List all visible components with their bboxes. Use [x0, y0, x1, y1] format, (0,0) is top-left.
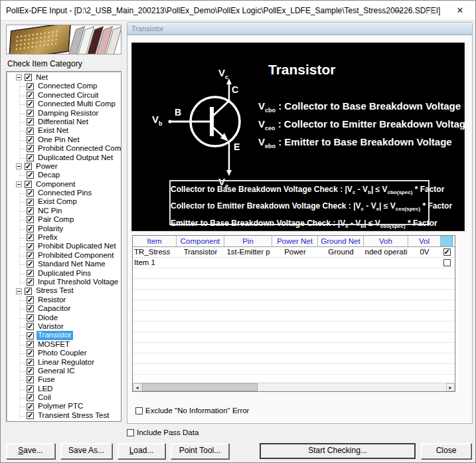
- checkbox-icon[interactable]: [27, 305, 34, 312]
- column-header-pin[interactable]: Pin: [224, 236, 272, 246]
- tree-item-one-pin-net[interactable]: One Pin Net: [8, 136, 121, 144]
- exclude-no-information-checkbox[interactable]: Exclude "No Information" Error: [135, 407, 249, 415]
- checkbox-icon[interactable]: [27, 128, 34, 135]
- table-row[interactable]: [133, 311, 455, 322]
- checkbox-icon[interactable]: [27, 270, 34, 277]
- column-header-power-net[interactable]: Power Net: [272, 236, 318, 246]
- checkbox-icon[interactable]: [27, 100, 34, 108]
- column-header-voh[interactable]: Voh: [364, 236, 408, 246]
- scroll-right-icon[interactable]: ►: [446, 383, 455, 391]
- tree-item-connected-pins[interactable]: Connected Pins: [8, 189, 121, 197]
- tree-item-connected-multi-comp[interactable]: Connected Multi Comp: [8, 100, 121, 108]
- checkbox-icon[interactable]: [27, 332, 34, 339]
- tree-item-differential-net[interactable]: Differential Net: [8, 118, 121, 126]
- checkbox-icon[interactable]: [27, 118, 34, 126]
- checkbox-icon[interactable]: [27, 278, 34, 286]
- table-cell-check[interactable]: [441, 300, 453, 310]
- tree-item-resistor[interactable]: Resistor: [8, 296, 121, 304]
- table-row[interactable]: [133, 332, 455, 343]
- checkbox-icon[interactable]: [27, 92, 34, 99]
- column-header-item[interactable]: Item: [133, 236, 177, 246]
- checkbox-icon[interactable]: [25, 288, 32, 295]
- checkbox-icon[interactable]: [27, 403, 34, 411]
- tree-item-power[interactable]: Power: [8, 162, 121, 171]
- tree-item-component[interactable]: Component: [8, 180, 121, 189]
- checkbox-icon[interactable]: [27, 341, 34, 348]
- point-tool-button[interactable]: Point Tool...: [171, 443, 229, 459]
- table-cell-check[interactable]: [441, 353, 453, 363]
- checkbox-icon[interactable]: [27, 145, 34, 152]
- tree-item-connected-circuit[interactable]: Connected Circuit: [8, 91, 121, 100]
- table-cell-check[interactable]: [441, 343, 453, 353]
- tree-item-connected-comp[interactable]: Connected Comp: [8, 82, 121, 90]
- checkbox-icon[interactable]: [27, 216, 34, 223]
- table-cell-check[interactable]: [441, 311, 453, 321]
- checkbox-icon[interactable]: [27, 83, 34, 90]
- table-cell-check[interactable]: [441, 279, 453, 289]
- checkbox-icon[interactable]: [27, 314, 34, 322]
- checkbox-icon[interactable]: [27, 234, 34, 241]
- tree-item-prefix[interactable]: Prefix: [8, 233, 121, 242]
- scrollbar-thumb[interactable]: [142, 383, 258, 391]
- tree-item-coil[interactable]: Coil: [8, 393, 121, 402]
- check-item-tree[interactable]: NetConnected CompConnected CircuitConnec…: [6, 71, 121, 422]
- stress-items-grid[interactable]: ItemComponentPinPower NetGround NetVohVo…: [132, 235, 455, 392]
- load-button[interactable]: Load...: [118, 443, 165, 459]
- tree-item-diode[interactable]: Diode: [8, 314, 121, 322]
- tree-item-fuse[interactable]: Fuse: [8, 375, 121, 384]
- table-row[interactable]: [133, 364, 455, 375]
- table-cell-check[interactable]: [441, 247, 453, 257]
- checkbox-icon[interactable]: [27, 252, 34, 259]
- checkbox-icon[interactable]: [27, 385, 34, 393]
- checkbox-icon[interactable]: [27, 296, 34, 304]
- checkbox-icon[interactable]: [27, 394, 34, 401]
- checkbox-icon[interactable]: [27, 154, 34, 161]
- checkbox-icon[interactable]: [27, 199, 34, 206]
- expand-collapse-icon[interactable]: [16, 163, 22, 169]
- table-cell-check[interactable]: [441, 290, 453, 300]
- tree-item-standard-net-name[interactable]: Standard Net Name: [8, 260, 121, 268]
- tree-item-led[interactable]: LED: [8, 385, 121, 393]
- checkbox-icon[interactable]: [25, 74, 32, 81]
- checkbox-icon[interactable]: [27, 412, 34, 419]
- table-row[interactable]: [133, 300, 455, 311]
- table-cell-check[interactable]: [441, 258, 453, 268]
- tree-item-prohibit-connected-comp[interactable]: Prohibit Connected Comp: [8, 144, 121, 153]
- checkbox-icon[interactable]: [127, 429, 134, 436]
- table-row[interactable]: [133, 290, 455, 300]
- expand-collapse-icon[interactable]: [16, 181, 22, 187]
- table-row[interactable]: Item 1: [133, 258, 455, 268]
- tree-item-polarity[interactable]: Polarity: [8, 225, 121, 233]
- tree-item-duplicated-pins[interactable]: Duplicated Pins: [8, 269, 121, 278]
- save-button[interactable]: Save...: [6, 443, 55, 459]
- save-as-button[interactable]: Save As...: [60, 443, 112, 459]
- tree-item-capacitor[interactable]: Capacitor: [8, 304, 121, 313]
- tree-item-net[interactable]: Net: [8, 73, 121, 82]
- checkbox-icon[interactable]: [27, 171, 34, 179]
- checkbox-icon[interactable]: [27, 376, 34, 383]
- checkbox-icon[interactable]: [25, 181, 32, 188]
- checkbox-icon[interactable]: [27, 243, 34, 250]
- tree-item-stress-test[interactable]: Stress Test: [8, 286, 121, 295]
- tree-item-damping-resistor[interactable]: Damping Resistor: [8, 109, 121, 118]
- grid-header-row[interactable]: ItemComponentPinPower NetGround NetVohVo…: [133, 236, 455, 247]
- checkbox-icon[interactable]: [27, 359, 34, 366]
- checkbox-icon[interactable]: [27, 189, 34, 197]
- close-icon[interactable]: ✕: [445, 1, 475, 21]
- column-header-vol[interactable]: Vol: [408, 236, 441, 246]
- table-cell-check[interactable]: [441, 322, 453, 331]
- tree-item-exist-net[interactable]: Exist Net: [8, 126, 121, 135]
- row-checkbox-icon[interactable]: [443, 248, 451, 256]
- tree-item-input-threshold-voltage[interactable]: Input Threshold Voltage: [8, 278, 121, 286]
- checkbox-icon[interactable]: [27, 323, 34, 330]
- tree-item-nc-pin[interactable]: NC Pin: [8, 207, 121, 215]
- checkbox-icon[interactable]: [27, 225, 34, 232]
- scroll-left-icon[interactable]: ◄: [133, 383, 141, 391]
- grid-horizontal-scrollbar[interactable]: ◄ ►: [133, 383, 455, 391]
- column-header-ground-net[interactable]: Ground Net: [318, 236, 364, 246]
- table-row[interactable]: [133, 268, 455, 279]
- checkbox-icon[interactable]: [27, 136, 34, 143]
- tree-item-mosfet[interactable]: MOSFET: [8, 340, 121, 349]
- checkbox-icon[interactable]: [25, 163, 32, 170]
- tree-item-duplicated-output-net[interactable]: Duplicated Output Net: [8, 153, 121, 162]
